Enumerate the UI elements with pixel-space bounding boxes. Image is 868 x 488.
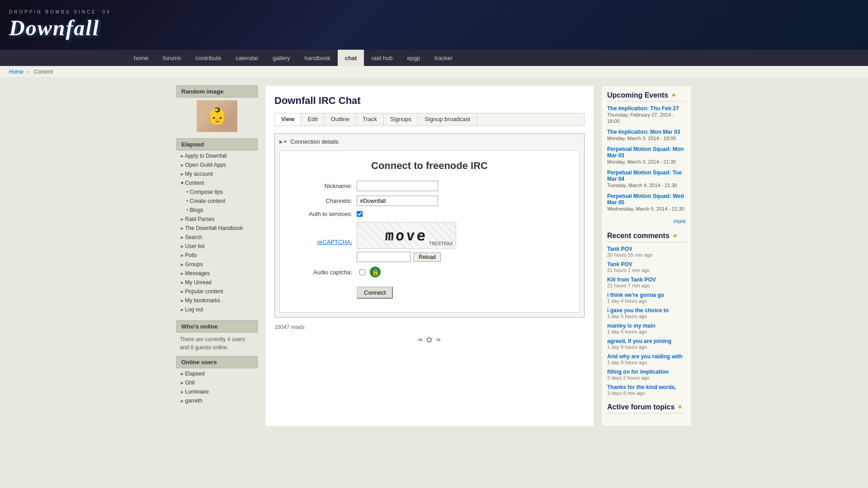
tab-view[interactable]: View xyxy=(275,113,301,126)
tab-edit[interactable]: Edit xyxy=(301,113,324,126)
active-forum-label: Active forum topics xyxy=(607,403,675,411)
comment-time: 1 day 5 hours ago xyxy=(607,314,686,319)
breadcrumb: Home › Content xyxy=(0,66,868,78)
comment-time: 20 hours 55 min ago xyxy=(607,252,686,258)
comment-link[interactable]: agreed, if you are joining xyxy=(607,338,671,344)
star-icon-2: ✦ xyxy=(672,232,678,239)
irc-header-label: Connection details xyxy=(290,138,339,145)
irc-inner: Connect to freenode IRC Nickname: Channe… xyxy=(279,150,580,313)
auth-checkbox[interactable] xyxy=(357,211,363,217)
nav-item-epgp[interactable]: epgp xyxy=(400,50,427,66)
sidebar-link-create-content[interactable]: Create content xyxy=(176,197,258,206)
event-item: Perpetual Motion Squad: Mon Mar 03Monday… xyxy=(607,146,686,165)
comment-link[interactable]: Tank POV xyxy=(607,261,632,267)
captcha-box: move TREETRAX Reload xyxy=(357,222,456,262)
comment-link[interactable]: manley is my main xyxy=(607,323,656,329)
online-users-title: Online users xyxy=(176,356,258,368)
connect-button[interactable]: Connect xyxy=(357,286,393,299)
more-events-link[interactable]: more xyxy=(674,218,686,225)
nav-item-tracker[interactable]: tracker xyxy=(427,50,460,66)
event-date: Wednesday, March 5, 2014 - 21:30 xyxy=(607,206,684,211)
logo-subtitle: DROPPIN BOMBS SINCE '04 xyxy=(9,9,111,14)
online-user-ghli[interactable]: Ghli xyxy=(176,378,258,387)
sidebar-link-open-guild-apps[interactable]: Open Guild Apps xyxy=(176,160,258,169)
sidebar-link-search[interactable]: Search xyxy=(176,233,258,242)
sidebar-link-apply-to-downfall[interactable]: Apply to Downfall xyxy=(176,151,258,160)
sidebar-link-my-account[interactable]: My account xyxy=(176,169,258,178)
audio-row: Audio captcha: 🔒 xyxy=(293,267,566,277)
channels-input[interactable] xyxy=(357,196,438,206)
online-user-luminaire[interactable]: Luminaire xyxy=(176,387,258,396)
sidebar-link-blogs[interactable]: Blogs xyxy=(176,206,258,215)
audio-label: Audio captcha: xyxy=(293,269,357,276)
captcha-input[interactable] xyxy=(357,252,411,262)
elapsed-title: Elapsed xyxy=(176,138,258,150)
breadcrumb-home[interactable]: Home xyxy=(9,69,24,75)
event-link[interactable]: The Implication: Mon Mar 03 xyxy=(607,129,680,135)
comment-link[interactable]: Kill from Tank POV xyxy=(607,277,656,283)
logo-text: Downfall xyxy=(9,15,111,40)
online-user-garreth[interactable]: garreth xyxy=(176,396,258,405)
nav-item-calendar[interactable]: calendar xyxy=(228,50,265,66)
recaptcha-link[interactable]: reCAPTCHA: xyxy=(317,239,352,245)
channels-label: Channels: xyxy=(293,197,357,204)
comment-link[interactable]: Thanks for the kind words, xyxy=(607,384,676,390)
comment-link[interactable]: filling on for implication xyxy=(607,369,669,375)
sidebar-link-the-downfall-handbook[interactable]: The Downfall Handbook xyxy=(176,224,258,233)
sidebar-link-my-unread[interactable]: My Unread xyxy=(176,278,258,287)
nav-item-forums[interactable]: forums xyxy=(156,50,189,66)
tab-track[interactable]: Track xyxy=(356,113,384,126)
comment-time: 21 hours 7 min ago xyxy=(607,283,686,288)
nav-item-chat[interactable]: chat xyxy=(338,50,364,66)
sidebar-link-popular-content[interactable]: Popular content xyxy=(176,287,258,296)
comment-time: 2 days 2 hours ago xyxy=(607,375,686,380)
event-link[interactable]: Perpetual Motion Squad: Wed Mar 05 xyxy=(607,193,684,206)
comment-link[interactable]: And why are you raiding with xyxy=(607,353,683,360)
active-forum-title: Active forum topics ✦ xyxy=(607,403,686,413)
nav-item-gallery[interactable]: gallery xyxy=(265,50,297,66)
channels-row: Channels: xyxy=(293,196,566,206)
audio-icon[interactable]: 🔒 xyxy=(370,267,381,277)
tab-outline[interactable]: Outline xyxy=(325,113,356,126)
sidebar-link-raid-parses[interactable]: Raid Parses xyxy=(176,215,258,224)
comment-link[interactable]: i gave you the choice to xyxy=(607,307,669,314)
reads-count: 16047 reads xyxy=(274,324,585,330)
event-item: The Implication: Mon Mar 03Monday, March… xyxy=(607,129,686,141)
event-item: Perpetual Motion Squad: Tue Mar 04Tuesda… xyxy=(607,169,686,188)
logo-area[interactable]: DROPPIN BOMBS SINCE '04 Downfall xyxy=(9,9,111,40)
nav-item-home[interactable]: home xyxy=(127,50,156,66)
nav-item-raid-hub[interactable]: raid hub xyxy=(364,50,400,66)
recent-comments-title: Recent comments ✦ xyxy=(607,232,686,242)
captcha-noise-text: TREETRAX xyxy=(429,241,453,247)
whos-online-section: Who's online There are currently 4 users… xyxy=(176,320,258,405)
event-link[interactable]: Perpetual Motion Squad: Mon Mar 03 xyxy=(607,146,684,159)
reload-button[interactable]: Reload xyxy=(414,253,441,262)
sidebar-link-content[interactable]: Content xyxy=(176,178,258,188)
tab-signup-broadcast[interactable]: Signup broadcast xyxy=(418,113,477,126)
sidebar-link-user-list[interactable]: User list xyxy=(176,242,258,251)
comment-time: 1 day 9 hours ago xyxy=(607,344,686,350)
event-date: Monday, March 3, 2014 - 21:30 xyxy=(607,159,676,164)
elapsed-section: Elapsed Apply to DownfallOpen Guild Apps… xyxy=(176,138,258,314)
sidebar-link-my-bookmarks[interactable]: My bookmarks xyxy=(176,296,258,305)
connect-row: Connect xyxy=(293,282,566,299)
collapse-arrows[interactable]: ▶▼ xyxy=(279,139,288,144)
upcoming-events-title: Upcoming Events ✦ xyxy=(607,91,686,102)
nav-item-contribute[interactable]: contribute xyxy=(188,50,228,66)
event-link[interactable]: Perpetual Motion Squad: Tue Mar 04 xyxy=(607,169,682,182)
nav-item-handbook[interactable]: handbook xyxy=(297,50,338,66)
audio-checkbox[interactable] xyxy=(359,269,365,275)
comment-link[interactable]: i think we're gonna go xyxy=(607,292,664,298)
event-item: Perpetual Motion Squad: Wed Mar 05Wednes… xyxy=(607,193,686,212)
event-link[interactable]: The Implication: Thu Feb 27 xyxy=(607,105,679,112)
sidebar-link-messages[interactable]: Messages xyxy=(176,269,258,278)
sidebar-link-log-out[interactable]: Log out xyxy=(176,305,258,314)
comment-link[interactable]: Tank POV xyxy=(607,246,632,252)
nickname-input[interactable] xyxy=(357,181,438,191)
sidebar-link-polls[interactable]: Polls xyxy=(176,251,258,260)
nickname-row: Nickname: xyxy=(293,181,566,191)
sidebar-link-compose-tips[interactable]: Compose tips xyxy=(176,188,258,197)
tab-signups[interactable]: Signups xyxy=(384,113,418,126)
online-user-elapsed[interactable]: Elapsed xyxy=(176,369,258,378)
sidebar-link-groups[interactable]: Groups xyxy=(176,260,258,269)
